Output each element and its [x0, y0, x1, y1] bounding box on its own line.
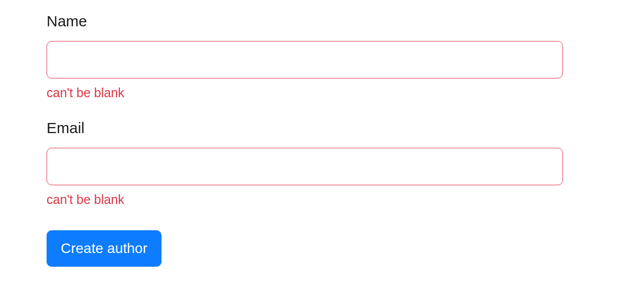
name-input[interactable]: [47, 41, 563, 78]
name-field-group: Name can't be blank: [47, 13, 597, 100]
name-label: Name: [47, 13, 597, 30]
author-form: Name can't be blank Email can't be blank…: [47, 13, 597, 267]
name-error: can't be blank: [47, 86, 597, 100]
email-label: Email: [47, 119, 597, 137]
create-author-button[interactable]: Create author: [47, 230, 162, 267]
email-field-group: Email can't be blank: [47, 119, 597, 207]
email-input[interactable]: [47, 148, 563, 185]
email-error: can't be blank: [47, 192, 597, 207]
